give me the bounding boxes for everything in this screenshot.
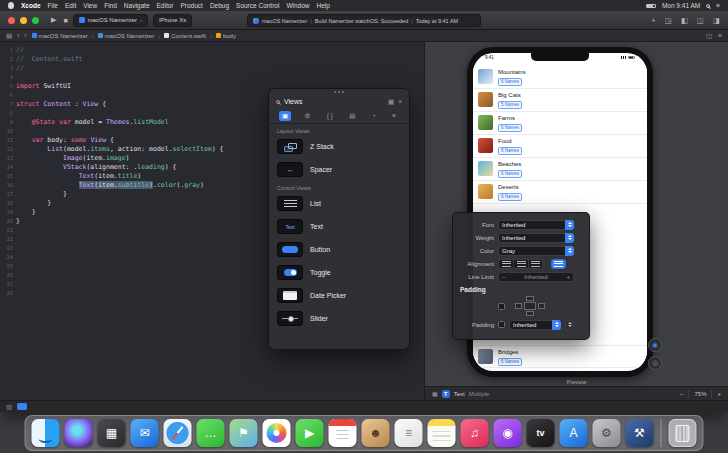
preview-row-mountains[interactable]: Mountains6 Names <box>473 66 647 89</box>
stop-button[interactable]: ■ <box>63 17 67 24</box>
modifiers-tab-icon[interactable]: ⚙ <box>302 111 314 121</box>
row-subtitle[interactable]: 6 Names <box>498 78 522 86</box>
library-item-date-picker[interactable]: Date Picker <box>269 284 409 307</box>
library-item-button[interactable]: Button <box>269 238 409 261</box>
views-tab-icon[interactable]: ▣ <box>279 111 291 121</box>
color-popup[interactable]: Gray <box>498 246 574 256</box>
live-preview-button[interactable]: ◉ <box>648 338 662 352</box>
symbols-tab-icon[interactable]: ≡ <box>389 111 399 120</box>
align-right-segment[interactable] <box>528 259 543 269</box>
menu-item-file[interactable]: File <box>48 0 58 11</box>
run-button[interactable]: ▶ <box>51 16 56 24</box>
grid-view-icon[interactable]: ▦ <box>388 98 394 106</box>
dock-icon-calendar[interactable] <box>329 419 357 447</box>
battery-icon[interactable] <box>646 4 656 8</box>
library-button[interactable]: + <box>651 16 655 25</box>
preview-row-food[interactable]: Food8 Names <box>473 135 647 158</box>
library-search-input[interactable]: Views <box>284 98 384 105</box>
dock-icon-photos[interactable] <box>263 419 291 447</box>
filter-icon[interactable]: ▥ <box>6 403 12 411</box>
media-tab-icon[interactable]: ▤ <box>346 111 358 121</box>
code-line[interactable]: // Content.swift <box>16 55 424 64</box>
preview-row-farms[interactable]: Farms6 Names <box>473 112 647 135</box>
dock-icon-messages[interactable]: … <box>197 419 225 447</box>
dock-icon-trash[interactable] <box>669 419 697 447</box>
menu-clock[interactable]: Mon 9:41 AM <box>662 0 700 11</box>
increment-icon[interactable]: + <box>566 274 570 280</box>
dock-icon-podcasts[interactable]: ◉ <box>494 419 522 447</box>
minimize-button[interactable] <box>20 17 27 24</box>
preview-row-big-cats[interactable]: Big Cats5 Names <box>473 89 647 112</box>
dock-icon-reminders[interactable]: ≡ <box>395 419 423 447</box>
menu-item-source-control[interactable]: Source Control <box>236 0 279 11</box>
breadcrumb-item-macos-namerizer[interactable]: macOS Namerizer <box>32 33 88 39</box>
row-subtitle[interactable]: 8 Names <box>498 147 522 155</box>
dock-icon-maps[interactable]: ⚑ <box>230 419 258 447</box>
forward-button[interactable]: › <box>24 32 26 39</box>
minimap-icon[interactable]: ≡ <box>718 32 722 40</box>
menu-item-view[interactable]: View <box>83 0 97 11</box>
hide-navigator-button[interactable]: ◧ <box>681 16 688 25</box>
breadcrumb-item-body[interactable]: body <box>216 33 236 39</box>
menu-item-navigate[interactable]: Navigate <box>124 0 150 11</box>
menu-item-help[interactable]: Help <box>317 0 330 11</box>
adjust-editor-icon[interactable]: ◫ <box>706 32 712 40</box>
dock-icon-notes[interactable] <box>428 419 456 447</box>
library-item-list[interactable]: List <box>269 192 409 215</box>
alignment-segmented-control[interactable] <box>498 259 543 269</box>
row-subtitle[interactable]: 6 Names <box>498 358 522 366</box>
hide-inspector-button[interactable]: ◨ <box>713 16 720 25</box>
weight-popup[interactable]: Inherited <box>498 233 574 243</box>
zoom-out-button[interactable]: − <box>680 391 684 397</box>
padding-value-checkbox[interactable] <box>498 321 505 328</box>
library-item-spacer[interactable]: ↔Spacer <box>269 158 409 181</box>
padding-stepper[interactable] <box>565 320 574 330</box>
code-line[interactable]: // <box>16 46 424 55</box>
selection-type[interactable]: Text <box>454 391 465 397</box>
code-line[interactable]: // <box>16 64 424 73</box>
menu-item-debug[interactable]: Debug <box>210 0 229 11</box>
editor-options-button[interactable]: ◳ <box>665 16 672 25</box>
dock-icon-facetime[interactable]: ▶ <box>296 419 324 447</box>
row-subtitle[interactable]: 5 Names <box>498 101 522 109</box>
code-line[interactable] <box>16 73 424 82</box>
menu-item-edit[interactable]: Edit <box>65 0 76 11</box>
menu-item-find[interactable]: Find <box>104 0 117 11</box>
breadcrumb-item-macos-namerizer[interactable]: macOS Namerizer <box>98 33 154 39</box>
dock-icon-launchpad[interactable]: ▦ <box>98 419 126 447</box>
preview-row-deserts[interactable]: Deserts6 Names <box>473 181 647 204</box>
zoom-button[interactable] <box>32 17 39 24</box>
padding-edges-widget[interactable] <box>515 296 545 316</box>
row-subtitle[interactable]: 6 Names <box>498 170 522 178</box>
hide-debug-area-button[interactable]: ◫ <box>697 16 704 25</box>
preview-row-beaches[interactable]: Beaches6 Names <box>473 158 647 181</box>
align-center-segment[interactable] <box>513 259 528 269</box>
align-justify-segment[interactable] <box>551 259 566 269</box>
breakpoint-badge[interactable] <box>17 403 27 410</box>
apple-menu-icon[interactable] <box>8 2 14 9</box>
library-item-slider[interactable]: Slider <box>269 307 409 330</box>
font-popup[interactable]: Inherited <box>498 220 574 230</box>
dock-icon-mail[interactable]: ✉ <box>131 419 159 447</box>
line-limit-stepper[interactable]: −Inherited+ <box>498 272 574 282</box>
dock-icon-music[interactable]: ♫ <box>461 419 489 447</box>
menu-item-window[interactable]: Window <box>286 0 309 11</box>
related-items-icon[interactable]: ▤ <box>6 32 12 40</box>
preview-row-bridges[interactable]: Bridges6 Names <box>473 345 647 368</box>
padding-checkbox[interactable] <box>498 303 505 310</box>
breadcrumb-item-content-swift[interactable]: Content.swift <box>164 33 206 39</box>
decrement-icon[interactable]: − <box>502 274 506 280</box>
dock-icon-safari[interactable] <box>164 419 192 447</box>
dock-icon-tv[interactable]: tv <box>527 419 555 447</box>
menu-item-xcode[interactable]: Xcode <box>21 0 41 11</box>
snippets-tab-icon[interactable]: { } <box>324 111 336 120</box>
notification-center-icon[interactable]: ≡ <box>716 2 720 9</box>
dock-icon-siri[interactable] <box>65 419 93 447</box>
library-item-z-stack[interactable]: Z Stack <box>269 135 409 158</box>
menu-item-product[interactable]: Product <box>180 0 202 11</box>
dock-icon-appstore[interactable]: A <box>560 419 588 447</box>
library-item-text[interactable]: TextText <box>269 215 409 238</box>
device-bezels-icon[interactable]: ▦ <box>432 390 438 397</box>
padding-popup[interactable]: Inherited <box>509 320 561 330</box>
spotlight-icon[interactable] <box>706 4 710 8</box>
